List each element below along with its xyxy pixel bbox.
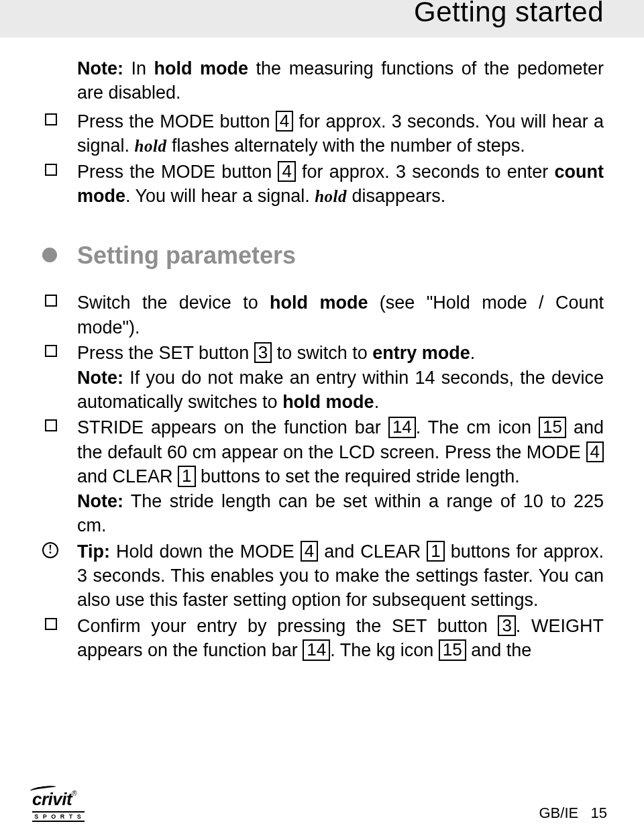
brand-subtitle: S P O R T S [32, 811, 85, 822]
page-title: Getting started [414, 0, 604, 28]
square-bullet-icon [45, 164, 57, 176]
note-label: Note: [77, 368, 123, 388]
square-bullet-icon [45, 295, 57, 307]
list-item-tip: ! Tip: Hold down the MODE 4 and CLEAR 1 … [77, 539, 604, 613]
lcd-hold-word: hold [315, 187, 347, 205]
text: . You will hear a signal. [125, 186, 315, 206]
top-list: Press the MODE button 4 for approx. 3 se… [77, 109, 604, 209]
main-list: Switch the device to hold mode (see "Hol… [77, 291, 604, 663]
list-item: Press the SET button 3 to switch to entr… [77, 341, 604, 414]
square-bullet-icon [45, 618, 57, 630]
page-number: GB/IE 15 [539, 804, 607, 822]
lcd-hold-word: hold [135, 137, 167, 155]
list-item: STRIDE appears on the function bar 14. T… [77, 415, 604, 537]
ref-number: 3 [498, 615, 515, 636]
note-label: Note: [77, 58, 123, 79]
square-bullet-icon [45, 419, 57, 431]
text: . [374, 392, 380, 412]
square-bullet-icon [45, 113, 57, 125]
section-heading: Setting parameters [77, 240, 604, 272]
ref-number: 14 [303, 639, 330, 660]
ref-number: 4 [276, 111, 293, 132]
brand-name: crivit® [32, 789, 76, 810]
text: Hold down the MODE [110, 541, 301, 562]
text: Press the SET button [77, 343, 254, 363]
ref-number: 14 [388, 417, 416, 437]
region-code: GB/IE [539, 804, 578, 821]
footer: crivit® S P O R T S GB/IE 15 [32, 786, 607, 822]
text: to switch to [272, 343, 372, 363]
text: and the [466, 640, 532, 660]
text: Press the MODE button [77, 162, 278, 182]
text: . [470, 343, 476, 363]
ref-number: 4 [586, 441, 604, 462]
ref-number: 15 [439, 639, 466, 660]
bold-text: hold mode [154, 58, 249, 79]
text: and CLEAR [77, 466, 178, 486]
text: In [123, 58, 154, 79]
text: Confirm your entry by pressing the SET b… [77, 616, 498, 636]
text: buttons to set the required stride lengt… [196, 466, 520, 486]
bold-text: entry mode [372, 343, 470, 363]
list-item: Confirm your entry by pressing the SET b… [77, 614, 604, 663]
ref-number: 4 [301, 541, 318, 562]
text: disappears. [347, 186, 445, 206]
list-item: Press the MODE button 4 for approx. 3 se… [77, 160, 604, 209]
text: flashes alternately with the number of s… [166, 136, 525, 156]
page-content: Note: In hold mode the measuring functio… [0, 38, 644, 663]
registered-mark: ® [72, 790, 76, 797]
text: Switch the device to [77, 293, 270, 313]
tip-label: Tip: [77, 541, 110, 562]
bold-text: hold mode [282, 392, 374, 412]
text: for approx. 3 seconds to enter [296, 162, 555, 182]
header-band: Getting started [0, 0, 644, 38]
ref-number: 1 [427, 541, 444, 562]
text: . The kg icon [330, 640, 439, 660]
bold-text: hold mode [270, 293, 368, 313]
list-item: Press the MODE button 4 for approx. 3 se… [77, 109, 604, 158]
square-bullet-icon [45, 345, 57, 357]
ref-number: 3 [254, 342, 272, 363]
note-label: Note: [77, 491, 123, 511]
list-item: Switch the device to hold mode (see "Hol… [77, 291, 604, 340]
brand-logo: crivit® S P O R T S [32, 786, 85, 822]
text: Press the MODE button [77, 111, 276, 132]
page-num: 15 [591, 804, 607, 821]
ref-number: 1 [178, 466, 195, 486]
text: STRIDE appears on the function bar [77, 417, 388, 437]
text: and CLEAR [318, 541, 427, 562]
info-icon: ! [42, 542, 58, 558]
intro-note: Note: In hold mode the measuring functio… [77, 56, 604, 105]
text: . The cm icon [416, 417, 539, 437]
ref-number: 4 [278, 161, 295, 182]
ref-number: 15 [539, 417, 566, 437]
text: The stride length can be set within a ra… [77, 491, 604, 535]
